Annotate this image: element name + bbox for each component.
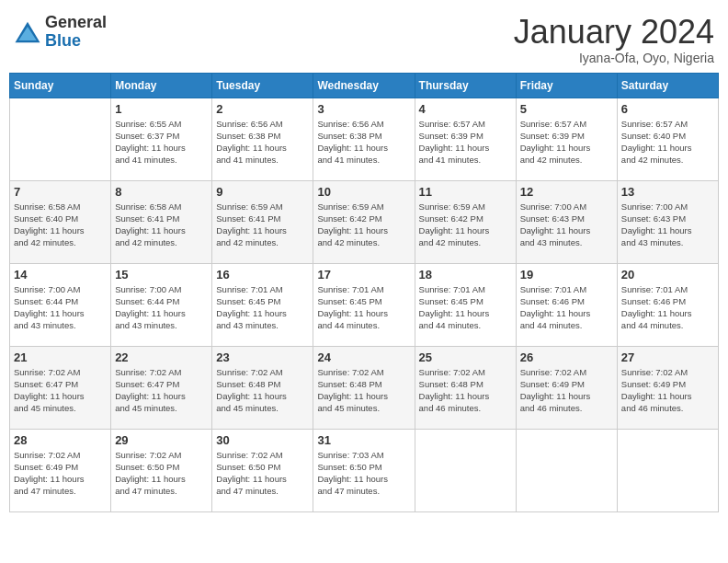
- day-info: Sunrise: 7:03 AMSunset: 6:50 PMDaylight:…: [317, 450, 388, 497]
- calendar-cell: 24 Sunrise: 7:02 AMSunset: 6:48 PMDaylig…: [313, 346, 415, 429]
- calendar-cell: 5 Sunrise: 6:57 AMSunset: 6:39 PMDayligh…: [516, 98, 617, 180]
- location: Iyana-Ofa, Oyo, Nigeria: [514, 51, 714, 65]
- day-info: Sunrise: 7:02 AMSunset: 6:47 PMDaylight:…: [115, 367, 186, 414]
- day-info: Sunrise: 6:57 AMSunset: 6:39 PMDaylight:…: [520, 119, 591, 166]
- day-number: 7: [14, 185, 107, 199]
- day-number: 9: [216, 185, 309, 199]
- calendar-cell: 12 Sunrise: 7:00 AMSunset: 6:43 PMDaylig…: [516, 180, 617, 263]
- day-number: 27: [621, 350, 714, 364]
- calendar-cell: [516, 429, 617, 511]
- day-info: Sunrise: 6:59 AMSunset: 6:41 PMDaylight:…: [216, 201, 287, 248]
- day-info: Sunrise: 6:59 AMSunset: 6:42 PMDaylight:…: [419, 201, 490, 248]
- day-info: Sunrise: 7:02 AMSunset: 6:49 PMDaylight:…: [520, 367, 591, 414]
- day-info: Sunrise: 7:02 AMSunset: 6:49 PMDaylight:…: [621, 367, 692, 414]
- calendar-week-row: 7 Sunrise: 6:58 AMSunset: 6:40 PMDayligh…: [10, 180, 719, 263]
- day-number: 22: [115, 350, 208, 364]
- day-info: Sunrise: 7:02 AMSunset: 6:49 PMDaylight:…: [14, 450, 85, 497]
- calendar-cell: 26 Sunrise: 7:02 AMSunset: 6:49 PMDaylig…: [516, 346, 617, 429]
- calendar-cell: 19 Sunrise: 7:01 AMSunset: 6:46 PMDaylig…: [516, 263, 617, 346]
- day-number: 30: [216, 433, 309, 447]
- calendar-cell: 29 Sunrise: 7:02 AMSunset: 6:50 PMDaylig…: [111, 429, 212, 511]
- day-info: Sunrise: 7:00 AMSunset: 6:43 PMDaylight:…: [520, 201, 591, 248]
- day-number: 18: [419, 268, 512, 282]
- day-number: 29: [115, 433, 208, 447]
- calendar-cell: 28 Sunrise: 7:02 AMSunset: 6:49 PMDaylig…: [10, 429, 111, 511]
- day-info: Sunrise: 6:56 AMSunset: 6:38 PMDaylight:…: [216, 119, 287, 166]
- calendar-cell: 9 Sunrise: 6:59 AMSunset: 6:41 PMDayligh…: [212, 180, 313, 263]
- calendar-cell: 31 Sunrise: 7:03 AMSunset: 6:50 PMDaylig…: [313, 429, 415, 511]
- day-info: Sunrise: 6:58 AMSunset: 6:40 PMDaylight:…: [14, 201, 85, 248]
- weekday-header-monday: Monday: [111, 73, 212, 98]
- calendar-cell: 17 Sunrise: 7:01 AMSunset: 6:45 PMDaylig…: [313, 263, 415, 346]
- weekday-header-wednesday: Wednesday: [313, 73, 415, 98]
- calendar-cell: 20 Sunrise: 7:01 AMSunset: 6:46 PMDaylig…: [617, 263, 718, 346]
- calendar-cell: 10 Sunrise: 6:59 AMSunset: 6:42 PMDaylig…: [313, 180, 415, 263]
- day-number: 15: [115, 268, 208, 282]
- weekday-header-row: SundayMondayTuesdayWednesdayThursdayFrid…: [10, 73, 719, 98]
- calendar-cell: 16 Sunrise: 7:01 AMSunset: 6:45 PMDaylig…: [212, 263, 313, 346]
- day-info: Sunrise: 6:57 AMSunset: 6:40 PMDaylight:…: [621, 119, 692, 166]
- logo-general: General: [45, 14, 107, 32]
- calendar-cell: 3 Sunrise: 6:56 AMSunset: 6:38 PMDayligh…: [313, 98, 415, 180]
- day-info: Sunrise: 7:02 AMSunset: 6:50 PMDaylight:…: [115, 450, 186, 497]
- logo-text: General Blue: [45, 14, 107, 51]
- calendar-week-row: 28 Sunrise: 7:02 AMSunset: 6:49 PMDaylig…: [10, 429, 719, 511]
- day-info: Sunrise: 7:02 AMSunset: 6:48 PMDaylight:…: [317, 367, 388, 414]
- logo: General Blue: [14, 14, 107, 51]
- logo-icon: [14, 18, 41, 46]
- day-number: 12: [520, 185, 613, 199]
- calendar-cell: 4 Sunrise: 6:57 AMSunset: 6:39 PMDayligh…: [415, 98, 516, 180]
- day-number: 6: [621, 102, 714, 116]
- day-info: Sunrise: 6:55 AMSunset: 6:37 PMDaylight:…: [115, 119, 186, 166]
- calendar-cell: 14 Sunrise: 7:00 AMSunset: 6:44 PMDaylig…: [10, 263, 111, 346]
- calendar-cell: 22 Sunrise: 7:02 AMSunset: 6:47 PMDaylig…: [111, 346, 212, 429]
- day-info: Sunrise: 7:00 AMSunset: 6:43 PMDaylight:…: [621, 201, 692, 248]
- day-number: 23: [216, 350, 309, 364]
- weekday-header-tuesday: Tuesday: [212, 73, 313, 98]
- month-year: January 2024: [514, 14, 714, 51]
- day-info: Sunrise: 7:01 AMSunset: 6:46 PMDaylight:…: [520, 284, 591, 331]
- calendar-cell: 7 Sunrise: 6:58 AMSunset: 6:40 PMDayligh…: [10, 180, 111, 263]
- title-block: January 2024 Iyana-Ofa, Oyo, Nigeria: [514, 14, 714, 65]
- day-info: Sunrise: 7:01 AMSunset: 6:45 PMDaylight:…: [317, 284, 388, 331]
- calendar-week-row: 21 Sunrise: 7:02 AMSunset: 6:47 PMDaylig…: [10, 346, 719, 429]
- day-number: 28: [14, 433, 107, 447]
- weekday-header-saturday: Saturday: [617, 73, 718, 98]
- calendar-cell: 6 Sunrise: 6:57 AMSunset: 6:40 PMDayligh…: [617, 98, 718, 180]
- day-number: 4: [419, 102, 512, 116]
- calendar-cell: [10, 98, 111, 180]
- calendar-cell: 25 Sunrise: 7:02 AMSunset: 6:48 PMDaylig…: [415, 346, 516, 429]
- day-number: 2: [216, 102, 309, 116]
- calendar-table: SundayMondayTuesdayWednesdayThursdayFrid…: [9, 73, 719, 512]
- day-info: Sunrise: 7:00 AMSunset: 6:44 PMDaylight:…: [115, 284, 186, 331]
- day-info: Sunrise: 7:01 AMSunset: 6:46 PMDaylight:…: [621, 284, 692, 331]
- day-number: 13: [621, 185, 714, 199]
- calendar-cell: 21 Sunrise: 7:02 AMSunset: 6:47 PMDaylig…: [10, 346, 111, 429]
- day-number: 26: [520, 350, 613, 364]
- calendar-cell: 2 Sunrise: 6:56 AMSunset: 6:38 PMDayligh…: [212, 98, 313, 180]
- day-info: Sunrise: 6:59 AMSunset: 6:42 PMDaylight:…: [317, 201, 388, 248]
- logo-blue: Blue: [45, 32, 107, 51]
- day-number: 8: [115, 185, 208, 199]
- day-info: Sunrise: 7:02 AMSunset: 6:50 PMDaylight:…: [216, 450, 287, 497]
- calendar-cell: 27 Sunrise: 7:02 AMSunset: 6:49 PMDaylig…: [617, 346, 718, 429]
- page-header: General Blue January 2024 Iyana-Ofa, Oyo…: [9, 9, 719, 65]
- calendar-cell: 23 Sunrise: 7:02 AMSunset: 6:48 PMDaylig…: [212, 346, 313, 429]
- day-info: Sunrise: 7:01 AMSunset: 6:45 PMDaylight:…: [216, 284, 287, 331]
- day-info: Sunrise: 7:02 AMSunset: 6:47 PMDaylight:…: [14, 367, 85, 414]
- day-number: 5: [520, 102, 613, 116]
- calendar-cell: 11 Sunrise: 6:59 AMSunset: 6:42 PMDaylig…: [415, 180, 516, 263]
- weekday-header-sunday: Sunday: [10, 73, 111, 98]
- day-info: Sunrise: 6:57 AMSunset: 6:39 PMDaylight:…: [419, 119, 490, 166]
- calendar-cell: 18 Sunrise: 7:01 AMSunset: 6:45 PMDaylig…: [415, 263, 516, 346]
- day-number: 3: [317, 102, 410, 116]
- day-info: Sunrise: 7:00 AMSunset: 6:44 PMDaylight:…: [14, 284, 85, 331]
- calendar-cell: 1 Sunrise: 6:55 AMSunset: 6:37 PMDayligh…: [111, 98, 212, 180]
- calendar-cell: 30 Sunrise: 7:02 AMSunset: 6:50 PMDaylig…: [212, 429, 313, 511]
- day-info: Sunrise: 6:56 AMSunset: 6:38 PMDaylight:…: [317, 119, 388, 166]
- day-number: 16: [216, 268, 309, 282]
- day-number: 24: [317, 350, 410, 364]
- calendar-cell: [617, 429, 718, 511]
- weekday-header-thursday: Thursday: [415, 73, 516, 98]
- calendar-cell: 15 Sunrise: 7:00 AMSunset: 6:44 PMDaylig…: [111, 263, 212, 346]
